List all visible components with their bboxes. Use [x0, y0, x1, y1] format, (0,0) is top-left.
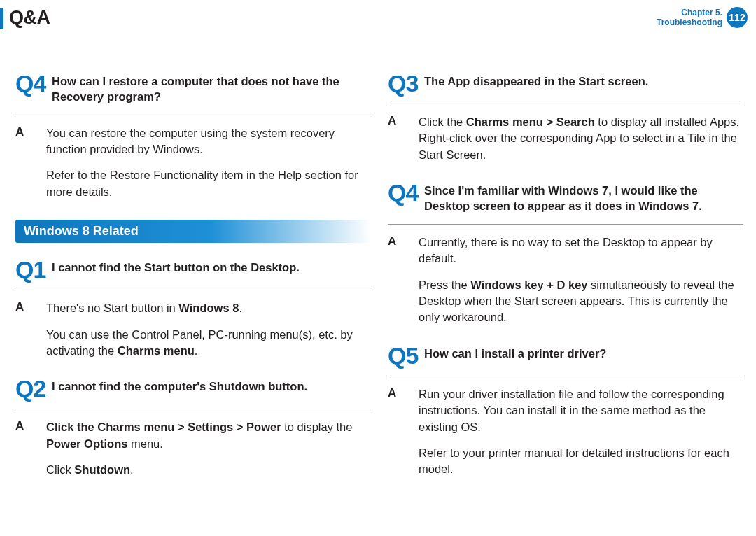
answer-paragraph: Press the Windows key + D key simultaneo…: [419, 277, 743, 326]
question-row: Q3 The App disappeared in the Start scre…: [388, 73, 743, 94]
answer-body: Run your driver installation file and fo…: [419, 386, 743, 478]
question-row: Q4 Since I'm familiar with Windows 7, I …: [388, 183, 743, 214]
page-number-badge: 112: [727, 7, 748, 28]
question-text: Since I'm familiar with Windows 7, I wou…: [424, 183, 743, 214]
question-text: I cannot find the computer's Shutdown bu…: [52, 379, 307, 394]
section-heading-windows8: Windows 8 Related: [15, 220, 371, 243]
left-column: Q4 How can I restore a computer that doe…: [15, 73, 371, 498]
chapter-block: Chapter 5. Troubleshooting 112: [657, 7, 748, 28]
qa-block-q4: Q4 How can I restore a computer that doe…: [15, 73, 371, 200]
answer-label: A: [15, 125, 31, 139]
chapter-line1: Chapter 5.: [657, 8, 722, 17]
question-text: How can I install a printer driver?: [424, 346, 606, 361]
answer-body: There's no Start button in Windows 8. Yo…: [46, 300, 371, 359]
question-number: Q4: [15, 73, 46, 94]
question-row: Q4 How can I restore a computer that doe…: [15, 73, 371, 105]
question-number: Q5: [388, 346, 419, 366]
answer-row: A Click the Charms menu > Search to disp…: [388, 104, 743, 163]
answer-row: A You can restore the computer using the…: [15, 115, 371, 201]
question-row: Q2 I cannot find the computer's Shutdown…: [15, 379, 371, 399]
question-text: The App disappeared in the Start screen.: [424, 73, 648, 89]
chapter-line2: Troubleshooting: [657, 17, 722, 27]
qa-block-q3: Q3 The App disappeared in the Start scre…: [388, 73, 743, 163]
answer-paragraph: Run your driver installation file and fo…: [419, 386, 743, 435]
answer-paragraph: Click Shutdown.: [46, 462, 371, 478]
chapter-text: Chapter 5. Troubleshooting: [657, 8, 722, 28]
answer-paragraph: Refer to the Restore Functionality item …: [46, 167, 371, 200]
answer-body: Click the Charms menu > Settings > Power…: [46, 419, 371, 478]
page-header: Q&A Chapter 5. Troubleshooting 112: [0, 0, 756, 31]
answer-paragraph: Refer to your printer manual for detaile…: [419, 445, 743, 478]
answer-label: A: [388, 386, 403, 400]
title-wrap: Q&A: [0, 7, 50, 29]
question-row: Q1 I cannot find the Start button on the…: [15, 260, 371, 280]
question-row: Q5 How can I install a printer driver?: [388, 346, 743, 366]
answer-row: A There's no Start button in Windows 8. …: [15, 290, 371, 359]
answer-row: A Currently, there is no way to set the …: [388, 224, 743, 326]
answer-label: A: [15, 419, 31, 433]
qa-block-q5: Q5 How can I install a printer driver? A…: [388, 346, 743, 478]
qa-block-q1: Q1 I cannot find the Start button on the…: [15, 260, 371, 359]
answer-label: A: [388, 114, 403, 128]
qa-block-q4r: Q4 Since I'm familiar with Windows 7, I …: [388, 183, 743, 326]
answer-paragraph: Click the Charms menu > Search to displa…: [419, 114, 743, 163]
answer-row: A Click the Charms menu > Settings > Pow…: [15, 409, 371, 478]
answer-body: You can restore the computer using the s…: [46, 125, 371, 201]
answer-paragraph: Currently, there is no way to set the De…: [419, 234, 743, 267]
answer-body: Currently, there is no way to set the De…: [419, 234, 743, 326]
question-text: I cannot find the Start button on the De…: [52, 260, 300, 275]
title-accent-bar: [0, 8, 4, 29]
answer-paragraph: Click the Charms menu > Settings > Power…: [46, 419, 371, 452]
answer-body: Click the Charms menu > Search to displa…: [419, 114, 743, 163]
question-number: Q4: [388, 183, 419, 203]
answer-label: A: [388, 234, 403, 248]
right-column: Q3 The App disappeared in the Start scre…: [388, 73, 743, 498]
content-columns: Q4 How can I restore a computer that doe…: [0, 31, 756, 498]
qa-block-q2: Q2 I cannot find the computer's Shutdown…: [15, 379, 371, 478]
answer-label: A: [15, 300, 31, 314]
question-number: Q3: [388, 73, 419, 94]
answer-row: A Run your driver installation file and …: [388, 376, 743, 478]
question-number: Q1: [15, 260, 46, 280]
answer-paragraph: You can use the Control Panel, PC-runnin…: [46, 327, 371, 360]
answer-paragraph: You can restore the computer using the s…: [46, 125, 371, 158]
page-title: Q&A: [9, 7, 50, 29]
answer-paragraph: There's no Start button in Windows 8.: [46, 300, 371, 316]
question-text: How can I restore a computer that does n…: [52, 73, 371, 105]
question-number: Q2: [15, 379, 46, 399]
